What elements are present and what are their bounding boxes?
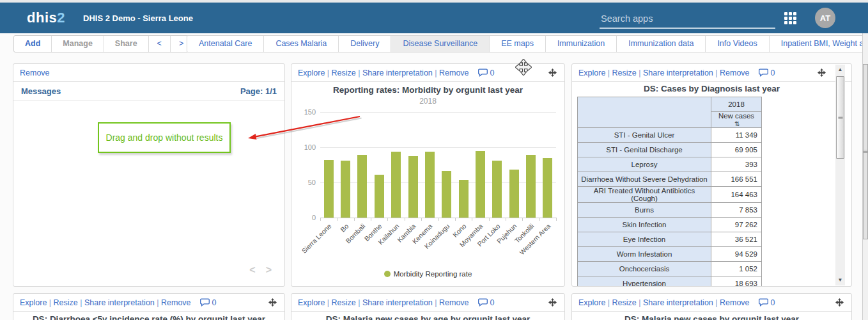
link-separator: |	[713, 68, 720, 77]
widget-link-share-interpretation[interactable]: Share interpretation	[84, 298, 155, 307]
widget-action-links: Explore | Resize | Share interpretation …	[578, 298, 750, 307]
link-separator: |	[713, 298, 720, 307]
widget-link-remove[interactable]: Remove	[720, 68, 750, 77]
tab-info-videos[interactable]: Info Videos	[706, 36, 769, 52]
widget-header: Explore | Resize | Share interpretation …	[572, 294, 851, 312]
comment-bubble-icon	[200, 298, 210, 307]
bar-kenema[interactable]	[425, 152, 435, 218]
toolbar-button-manage[interactable]: Manage	[52, 36, 104, 52]
widget-link-explore[interactable]: Explore	[298, 298, 325, 307]
move-handle-icon[interactable]	[818, 68, 826, 79]
toolbar-button-share[interactable]: Share	[104, 36, 149, 52]
page-scrollbar[interactable]	[862, 33, 868, 320]
tab-antenatal-care[interactable]: Antenatal Care	[187, 36, 264, 52]
bar-bo[interactable]	[341, 161, 350, 218]
x-axis-tick	[522, 218, 523, 221]
x-axis-tick	[539, 218, 540, 221]
diagnosis-cell: Onchocerciasis	[578, 262, 711, 276]
table-row: Leprosy393	[578, 157, 762, 172]
widget-link-remove[interactable]: Remove	[161, 298, 191, 307]
x-axis-tick	[405, 218, 405, 221]
widget-link-explore[interactable]: Explore	[20, 298, 47, 307]
x-axis-tick	[421, 218, 422, 221]
widget-link-resize[interactable]: Resize	[332, 298, 356, 307]
bar-koinadugu[interactable]	[442, 171, 451, 218]
bar-chart-plot: 050100150Sierra LeoneBoBombaliBontheKail…	[291, 64, 565, 287]
diarrhoea-widget: Explore | Resize | Share interpretation …	[13, 293, 285, 320]
tab-ee-maps[interactable]: EE maps	[490, 36, 546, 52]
malaria-by-orgunit-widget: Explore | Resize | Share interpretation …	[571, 293, 852, 320]
bar-pujehun[interactable]	[509, 170, 519, 218]
avatar[interactable]: AT	[815, 8, 835, 28]
column-header-measure: New cases ⇅	[711, 112, 762, 128]
bar-bombali[interactable]	[357, 155, 367, 218]
widget-link-explore[interactable]: Explore	[578, 68, 605, 77]
comments-indicator[interactable]: 0	[759, 68, 775, 77]
bar-western-area[interactable]	[543, 158, 552, 218]
logo-text: dhis	[27, 10, 57, 26]
widget-header: Explore | Resize | Share interpretation …	[13, 294, 284, 312]
tab-immunization[interactable]: Immunization	[546, 36, 617, 52]
comments-indicator[interactable]: 0	[759, 298, 775, 307]
dhis2-logo[interactable]: dhis2	[27, 10, 65, 26]
widget-link-remove[interactable]: Remove	[720, 298, 750, 307]
x-axis-tick	[472, 218, 472, 221]
tab-cases-malaria[interactable]: Cases Malaria	[264, 36, 339, 52]
bar-kailahun[interactable]	[391, 152, 401, 218]
bar-sierra-leone[interactable]	[324, 160, 334, 218]
widget-link-resize[interactable]: Resize	[612, 68, 637, 77]
widget-header: Explore | Resize | Share interpretation …	[291, 294, 564, 312]
x-axis-tick	[354, 218, 355, 221]
value-cell: 97 262	[711, 218, 762, 232]
bar-kambia[interactable]	[408, 156, 418, 218]
table-row: Hypertension18 693	[578, 276, 762, 287]
tab-disease-surveillance[interactable]: Disease Surveillance	[391, 36, 490, 52]
x-axis-tick	[387, 218, 388, 221]
bar-bonthe[interactable]	[375, 175, 384, 218]
widget-link-share-interpretation[interactable]: Share interpretation	[643, 68, 713, 77]
bar-port-loko[interactable]	[492, 161, 502, 218]
table-row: STI - Genital Discharge69 905	[578, 143, 762, 157]
move-handle-icon[interactable]	[548, 298, 557, 308]
page-scrollbar-thumb[interactable]	[863, 64, 868, 239]
diagnosis-cell: STI - Genital Discharge	[578, 143, 711, 157]
scroll-down-arrow[interactable]: ▼	[835, 275, 845, 285]
prev-page-chevron[interactable]: <	[249, 264, 255, 276]
messages-widget-header: Remove	[13, 64, 284, 82]
x-axis-tick	[556, 218, 557, 221]
link-separator: |	[637, 298, 643, 307]
next-page-chevron[interactable]: >	[266, 264, 272, 276]
bar-tonkolili[interactable]	[526, 155, 536, 218]
drag-drop-zone[interactable]: Drag and drop without results	[98, 122, 231, 153]
dhis2-dashboard-page: dhis2 DHIS 2 Demo - Sierra Leone Search …	[0, 0, 868, 320]
apps-grid-icon[interactable]	[784, 12, 797, 25]
widget-link-explore[interactable]: Explore	[578, 298, 605, 307]
bar-moyamba[interactable]	[476, 151, 485, 218]
search-apps-input[interactable]: Search apps	[600, 10, 775, 29]
scrollbar-thumb[interactable]	[836, 76, 844, 159]
sort-icon[interactable]: ⇅	[734, 120, 740, 127]
widget-link-resize[interactable]: Resize	[54, 298, 78, 307]
comments-indicator[interactable]: 0	[478, 298, 495, 307]
scroll-up-arrow[interactable]: ▲	[835, 65, 845, 75]
toolbar-button-[interactable]: <	[149, 36, 171, 52]
widget-link-remove[interactable]: Remove	[439, 298, 469, 307]
x-axis-tick	[371, 218, 371, 221]
comments-indicator[interactable]: 0	[200, 298, 217, 307]
move-handle-icon[interactable]	[835, 298, 844, 308]
toolbar-button-add[interactable]: Add	[14, 36, 52, 52]
chart-legend[interactable]: Morbidity Reporting rate	[291, 270, 564, 278]
move-handle-icon[interactable]	[268, 298, 277, 308]
table-row: Onchocerciasis1 052	[578, 262, 762, 276]
widget-link-share-interpretation[interactable]: Share interpretation	[643, 298, 713, 307]
tab-immunization-data[interactable]: Immunization data	[617, 36, 706, 52]
widget-link-remove[interactable]: Remove	[20, 68, 50, 77]
tab-inpatient-bmi-weight-and-height[interactable]: Inpatient BMI, Weight and Height	[770, 36, 868, 52]
diagnosis-cell: Hypertension	[578, 276, 711, 287]
widget-link-resize[interactable]: Resize	[612, 298, 637, 307]
widget-link-share-interpretation[interactable]: Share interpretation	[362, 298, 433, 307]
bar-kono[interactable]	[459, 180, 469, 218]
tab-delivery[interactable]: Delivery	[339, 36, 391, 52]
link-separator: |	[356, 298, 362, 307]
app-title: DHIS 2 Demo - Sierra Leone	[83, 13, 193, 23]
